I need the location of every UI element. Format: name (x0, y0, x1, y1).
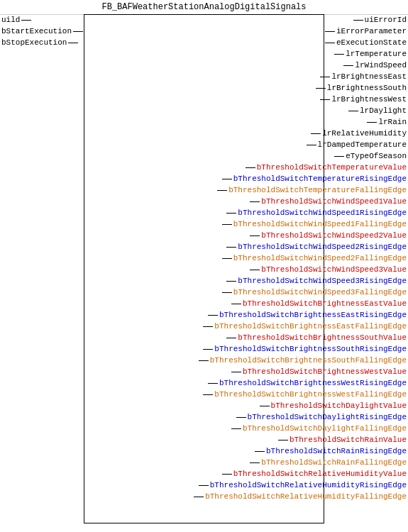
signal-uiErrorId: uiErrorId (353, 14, 408, 26)
signal-bThresholdSwitchRainFallingEdge: bThresholdSwitchRainFallingEdge (250, 457, 408, 468)
signal-bThresholdSwitchTemperatureValue: bThresholdSwitchTemperatureValue (246, 162, 408, 173)
signal-uild: uild (0, 14, 83, 26)
tick-uild (21, 20, 31, 21)
signal-eTypeOfSeason: eTypeOfSeason (334, 150, 408, 162)
title-text: FB_BAFWeatherStationAnalogDigitalSignals (101, 2, 306, 12)
signal-lrDaylight: lrDaylight (348, 105, 408, 116)
signal-bThresholdSwitchBrightnessSouthFallingEdge: bThresholdSwitchBrightnessSouthFallingEd… (199, 355, 408, 366)
signal-bThresholdSwitchDaylightRisingEdge: bThresholdSwitchDaylightRisingEdge (236, 411, 408, 423)
signal-bThresholdSwitchRainRisingEdge: bThresholdSwitchRainRisingEdge (255, 445, 408, 457)
signal-label-bStartExecution: bStartExecution (1, 27, 72, 35)
signal-lrRain: lrRain (367, 116, 408, 128)
signal-bThresholdSwitchWindSpeed2RisingEdge: bThresholdSwitchWindSpeed2RisingEdge (226, 241, 408, 253)
signal-bThresholdSwitchBrightnessWestValue: bThresholdSwitchBrightnessWestValue (231, 366, 408, 377)
signal-bThresholdSwitchBrightnessEastValue: bThresholdSwitchBrightnessEastValue (231, 298, 408, 309)
right-signals: uiErrorId iErrorParameter eExecutionStat… (194, 14, 408, 502)
signal-bThresholdSwitchBrightnessSouthValue: bThresholdSwitchBrightnessSouthValue (226, 332, 408, 343)
signal-lrDampedTemperature: lrDampedTemperature (307, 139, 408, 150)
signal-lrRelativeHumidity: lrRelativeHumidity (311, 128, 408, 139)
signal-bThresholdSwitchWindSpeed1FallingEdge: bThresholdSwitchWindSpeed1FallingEdge (222, 218, 408, 230)
signal-label-uild: uild (1, 16, 20, 24)
signal-bThresholdSwitchDaylightFallingEdge: bThresholdSwitchDaylightFallingEdge (231, 423, 408, 434)
signal-iErrorParameter: iErrorParameter (325, 26, 408, 37)
signal-bThresholdSwitchBrightnessWestRisingEdge: bThresholdSwitchBrightnessWestRisingEdge (208, 377, 408, 389)
signal-eExecutionState: eExecutionState (325, 37, 408, 48)
signal-bThresholdSwitchWindSpeed3RisingEdge: bThresholdSwitchWindSpeed3RisingEdge (226, 275, 408, 287)
signal-bThresholdSwitchWindSpeed1RisingEdge: bThresholdSwitchWindSpeed1RisingEdge (226, 207, 408, 218)
signal-bThresholdSwitchWindSpeed1Value: bThresholdSwitchWindSpeed1Value (250, 196, 408, 207)
signal-bThresholdSwitchBrightnessSouthRisingEdge: bThresholdSwitchBrightnessSouthRisingEdg… (203, 343, 408, 355)
left-signals: uild bStartExecution bStopExecution (0, 14, 83, 48)
signal-bThresholdSwitchRelativeHumidityRisingEdge: bThresholdSwitchRelativeHumidityRisingEd… (199, 480, 408, 491)
signal-lrBrightnessEast: lrBrightnessEast (320, 71, 408, 82)
signal-bThresholdSwitchRelativeHumidityFallingEdge: bThresholdSwitchRelativeHumidityFallingE… (194, 491, 408, 502)
signal-bThresholdSwitchTemperatureFallingEdge: bThresholdSwitchTemperatureFallingEdge (217, 184, 408, 196)
signal-lrBrightnessSouth: lrBrightnessSouth (316, 82, 408, 94)
signal-bThresholdSwitchWindSpeed3FallingEdge: bThresholdSwitchWindSpeed3FallingEdge (222, 287, 408, 298)
signal-bStartExecution: bStartExecution (0, 26, 83, 37)
signal-bThresholdSwitchBrightnessWestFallingEdge: bThresholdSwitchBrightnessWestFallingEdg… (203, 389, 408, 400)
signal-bThresholdSwitchWindSpeed2Value: bThresholdSwitchWindSpeed2Value (250, 230, 408, 241)
signal-bThresholdSwitchBrightnessEastFallingEdge: bThresholdSwitchBrightnessEastFallingEdg… (203, 321, 408, 332)
signal-lrTemperature: lrTemperature (334, 48, 408, 60)
signal-bThresholdSwitchWindSpeed3Value: bThresholdSwitchWindSpeed3Value (250, 264, 408, 275)
signal-bThresholdSwitchTemperatureRisingEdge: bThresholdSwitchTemperatureRisingEdge (222, 173, 408, 184)
signal-lrBrightnessWest: lrBrightnessWest (320, 94, 408, 105)
tick-bStartExecution (73, 31, 83, 32)
signal-label-bStopExecution: bStopExecution (1, 38, 67, 47)
block-title: FB_BAFWeatherStationAnalogDigitalSignals (0, 0, 408, 15)
signal-bThresholdSwitchRelativeHumidityValue: bThresholdSwitchRelativeHumidityValue (222, 468, 408, 480)
tick-bStopExecution (68, 43, 78, 43)
signal-bThresholdSwitchBrightnessEastRisingEdge: bThresholdSwitchBrightnessEastRisingEdge (208, 309, 408, 321)
signal-bStopExecution: bStopExecution (0, 37, 83, 48)
signal-bThresholdSwitchDaylightValue: bThresholdSwitchDaylightValue (260, 400, 408, 411)
main-wrapper: FB_BAFWeatherStationAnalogDigitalSignals… (0, 0, 408, 525)
signal-bThresholdSwitchWindSpeed2FallingEdge: bThresholdSwitchWindSpeed2FallingEdge (222, 253, 408, 264)
signal-lrWindSpeed: lrWindSpeed (343, 60, 408, 71)
signal-bThresholdSwitchRainValue: bThresholdSwitchRainValue (278, 434, 408, 445)
